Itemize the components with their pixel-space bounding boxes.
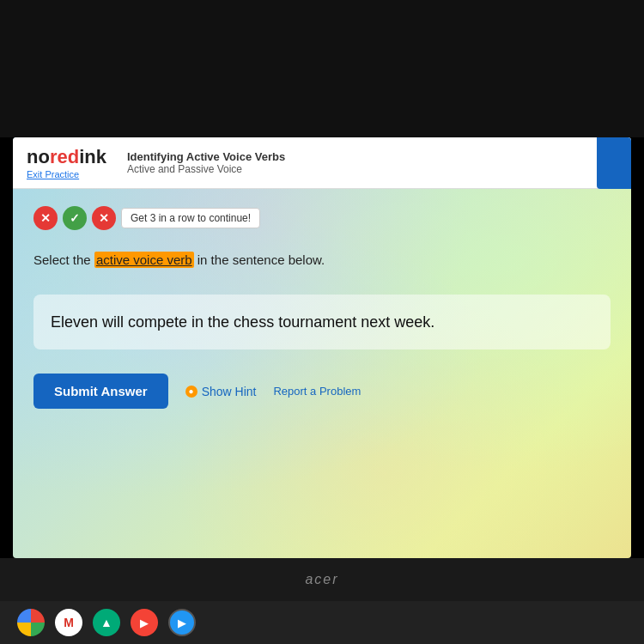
exit-practice-link[interactable]: Exit Practice [27,169,106,179]
report-problem-link[interactable]: Report a Problem [273,385,361,398]
content-area: noredink Exit Practice Identifying Activ… [13,137,631,426]
show-hint-label: Show Hint [202,385,257,398]
instruction-text: Select the active voice verb in the sent… [33,251,611,270]
taskbar-chrome-icon[interactable] [17,609,45,636]
app-header: noredink Exit Practice Identifying Activ… [13,137,631,189]
bottom-bezel: acer [0,558,644,601]
taskbar-youtube-icon[interactable]: ▶ [131,609,158,636]
top-bezel [0,0,644,137]
streak-label: Get 3 in a row to continue! [121,208,260,228]
sentence-text: Eleven will compete in the chess tournam… [51,313,434,331]
user-avatar[interactable] [597,137,631,189]
progress-btn-1[interactable]: ✕ [33,206,58,230]
logo-no: no [27,146,50,167]
logo: noredink [27,146,106,168]
laptop-screen: noredink Exit Practice Identifying Activ… [13,137,631,558]
hint-icon: ● [185,386,197,398]
progress-row: ✕ ✓ ✕ Get 3 in a row to continue! [33,206,611,230]
progress-btn-3[interactable]: ✕ [92,206,116,230]
brand-label: acer [305,572,338,587]
progress-btn-2[interactable]: ✓ [63,206,87,230]
taskbar-gmail-icon[interactable]: M [55,609,82,636]
instruction-prefix: Select the [33,252,94,267]
taskbar: M ▲ ▶ ▶ [0,601,644,644]
taskbar-play-icon[interactable]: ▶ [168,609,196,636]
logo-area: noredink Exit Practice [27,146,106,179]
submit-answer-button[interactable]: Submit Answer [33,374,168,409]
show-hint-button[interactable]: ● Show Hint [185,385,257,398]
header-title: Identifying Active Voice Verbs Active an… [127,150,285,175]
lesson-subtitle: Active and Passive Voice [127,163,285,175]
instruction-suffix: in the sentence below. [194,252,325,267]
action-row: Submit Answer ● Show Hint Report a Probl… [33,374,611,409]
logo-ink: ink [79,146,106,167]
logo-red: red [50,146,79,167]
main-content: ✕ ✓ ✕ Get 3 in a row to continue! Select… [13,189,631,426]
sentence-box: Eleven will compete in the chess tournam… [33,295,611,350]
highlight-phrase: active voice verb [94,252,194,268]
lesson-title: Identifying Active Voice Verbs [127,150,285,163]
taskbar-drive-icon[interactable]: ▲ [93,609,120,636]
